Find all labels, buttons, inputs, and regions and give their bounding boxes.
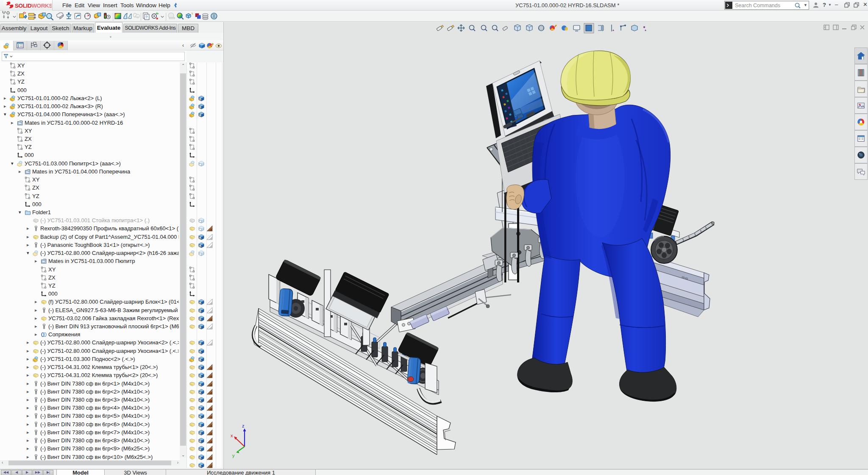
svg-text:?: ?	[145, 15, 147, 19]
svg-text:SOLIDWORKS: SOLIDWORKS	[15, 3, 52, 9]
svg-text:x: x	[231, 433, 233, 438]
svg-text:y: y	[232, 453, 235, 458]
svg-text:z: z	[242, 423, 245, 428]
